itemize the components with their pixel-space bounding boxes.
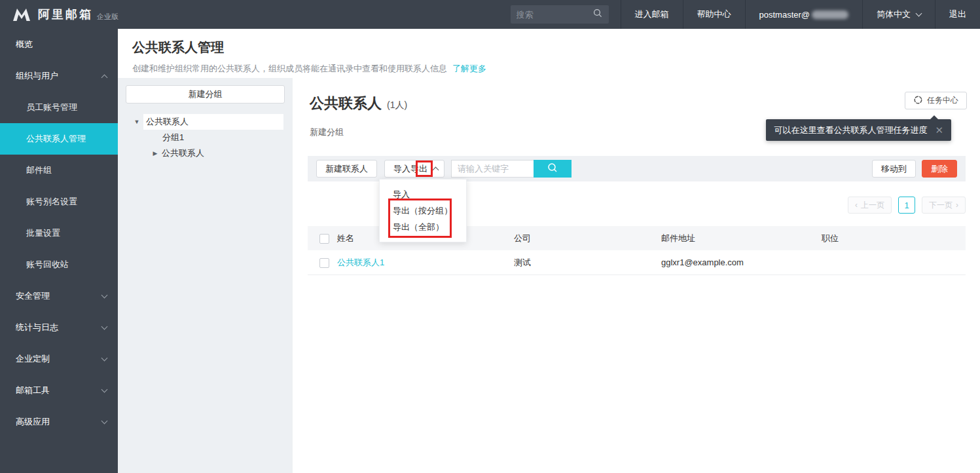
learn-more-link[interactable]: 了解更多 (452, 64, 486, 73)
brand-name: 阿里邮箱 (38, 7, 93, 22)
enter-mailbox-link[interactable]: 进入邮箱 (621, 0, 683, 29)
new-group-button[interactable]: 新建分组 (126, 85, 285, 104)
tree-node-root[interactable]: ▼ 公共联系人 (118, 114, 293, 130)
sidebar-item-stats-logs[interactable]: 统计与日志 (0, 312, 118, 343)
task-center-label: 任务中心 (927, 95, 958, 106)
sidebar-item-org-users[interactable]: 组织与用户 (0, 60, 118, 92)
logout-link[interactable]: 退出 (935, 0, 980, 29)
sidebar-item-label: 公共联系人管理 (26, 133, 86, 145)
sidebar-item-account-alias[interactable]: 账号别名设置 (0, 186, 118, 218)
sidebar-item-label: 概览 (16, 39, 33, 50)
tree-node-subfolder[interactable]: ▶ 公共联系人 (118, 145, 293, 161)
refresh-circle-icon (913, 95, 923, 107)
task-center-button[interactable]: 任务中心 (905, 92, 967, 109)
tooltip-text: 可以在这里查看公共联系人管理任务进度 (774, 124, 927, 136)
search-icon (592, 8, 603, 21)
sidebar-item-enterprise-custom[interactable]: 企业定制 (0, 343, 118, 375)
menu-item-export-all[interactable]: 导出（全部） (380, 219, 466, 235)
topbar-search (511, 5, 609, 24)
tree-node-root-label[interactable]: 公共联系人 (143, 114, 283, 130)
topbar-search-input[interactable] (517, 10, 592, 20)
group-tree: ▼ 公共联系人 分组1 ▶ 公共联系人 (118, 114, 293, 161)
brand: 阿里邮箱 企业版 (0, 7, 118, 22)
tree-node-label[interactable]: 分组1 (162, 132, 184, 143)
sidebar-item-label: 安全管理 (16, 290, 50, 302)
language-menu[interactable]: 简体中文 (862, 0, 935, 29)
new-contact-button[interactable]: 新建联系人 (316, 160, 377, 178)
chevron-up-icon (433, 167, 439, 174)
alimail-logo-icon (12, 7, 31, 22)
sidebar-item-label: 批量设置 (26, 227, 60, 239)
menu-item-export-by-group[interactable]: 导出（按分组） (380, 202, 466, 219)
task-center-tooltip: 可以在这里查看公共联系人管理任务进度 ✕ (766, 119, 951, 141)
contacts-toolbar: 新建联系人 导入导出 移动到 删除 (308, 156, 966, 181)
keyword-search-input[interactable] (451, 160, 534, 178)
contact-company: 测试 (514, 257, 661, 269)
chevron-down-icon (101, 292, 108, 298)
topbar: 阿里邮箱 企业版 进入邮箱 帮助中心 postmaster@ 简体中文 退出 (0, 0, 980, 29)
chevron-up-icon (101, 74, 108, 81)
chevron-down-icon (101, 386, 108, 392)
sidebar: 概览 组织与用户 员工账号管理 公共联系人管理 邮件组 账号别名设置 批量设置 … (0, 29, 118, 473)
prev-page-button[interactable]: ‹ 上一页 (848, 197, 892, 214)
account-email: postmaster@ (759, 10, 810, 20)
page-description-text: 创建和维护组织常用的公共联系人，组织成员将能在通讯录中查看和使用联系人信息 (132, 64, 447, 73)
delete-button[interactable]: 删除 (922, 160, 957, 178)
row-checkbox[interactable] (319, 258, 329, 268)
sidebar-item-public-contacts[interactable]: 公共联系人管理 (0, 123, 118, 155)
sidebar-item-employee-accounts[interactable]: 员工账号管理 (0, 92, 118, 123)
import-export-label: 导入导出 (393, 163, 427, 175)
select-all-checkbox[interactable] (319, 234, 329, 244)
sidebar-submenu-org-users: 员工账号管理 公共联系人管理 邮件组 账号别名设置 批量设置 账号回收站 (0, 92, 118, 280)
chevron-down-icon (916, 10, 922, 16)
help-center-link[interactable]: 帮助中心 (683, 0, 745, 29)
account-menu[interactable]: postmaster@ (745, 0, 863, 29)
page-number-button[interactable]: 1 (898, 197, 915, 214)
caret-collapsed-icon[interactable]: ▶ (149, 150, 162, 157)
language-label: 简体中文 (877, 9, 911, 20)
page-header: 公共联系人管理 创建和维护组织常用的公共联系人，组织成员将能在通讯录中查看和使用… (118, 29, 980, 78)
prev-page-label: 上一页 (861, 200, 884, 211)
import-export-button[interactable]: 导入导出 (384, 160, 445, 178)
sidebar-item-security[interactable]: 安全管理 (0, 280, 118, 312)
chevron-down-icon (101, 323, 108, 330)
sidebar-item-label: 邮件组 (26, 164, 52, 176)
contact-name-link[interactable]: 公共联系人1 (337, 257, 384, 267)
chevron-right-icon: › (956, 200, 958, 210)
column-header-position: 职位 (822, 233, 966, 244)
sidebar-item-label: 企业定制 (16, 353, 50, 365)
contact-search (451, 160, 572, 178)
content-title-text: 公共联系人 (310, 95, 382, 111)
table-row: 公共联系人1 测试 gglxr1@example.com (308, 250, 966, 275)
caret-expanded-icon[interactable]: ▼ (130, 119, 143, 125)
content-title: 公共联系人(1人) (310, 94, 407, 113)
pagination: ‹ 上一页 1 下一页 › (848, 197, 966, 214)
tree-node-label[interactable]: 公共联系人 (162, 147, 204, 159)
tree-node-group1[interactable]: 分组1 (118, 130, 293, 145)
sidebar-item-account-recycle[interactable]: 账号回收站 (0, 249, 118, 280)
column-header-email: 邮件地址 (661, 233, 822, 244)
sidebar-item-label: 统计与日志 (16, 322, 58, 333)
sidebar-item-advanced-apps[interactable]: 高级应用 (0, 406, 118, 438)
sidebar-item-label: 组织与用户 (16, 70, 58, 82)
contact-email: gglxr1@example.com (661, 257, 822, 267)
column-header-company: 公司 (514, 233, 661, 244)
menu-item-import[interactable]: 导入 (380, 186, 466, 202)
new-group-link[interactable]: 新建分组 (310, 126, 344, 138)
sidebar-item-label: 员工账号管理 (26, 102, 77, 113)
chevron-down-icon (101, 354, 108, 361)
close-icon[interactable]: ✕ (935, 125, 943, 135)
next-page-label: 下一页 (929, 200, 953, 211)
next-page-button[interactable]: 下一页 › (922, 197, 966, 214)
import-export-dropdown: 导入 导出（按分组） 导出（全部） (379, 179, 467, 242)
contact-count: (1人) (387, 100, 407, 110)
sidebar-item-mail-tools[interactable]: 邮箱工具 (0, 375, 118, 406)
chevron-left-icon: ‹ (855, 200, 858, 210)
sidebar-item-batch-settings[interactable]: 批量设置 (0, 218, 118, 249)
page-description: 创建和维护组织常用的公共联系人，组织成员将能在通讯录中查看和使用联系人信息了解更… (132, 63, 980, 75)
sidebar-item-overview[interactable]: 概览 (0, 29, 118, 60)
move-to-button[interactable]: 移动到 (872, 160, 916, 178)
search-button[interactable] (534, 160, 572, 178)
toolbar-right-actions: 移动到 删除 (872, 160, 957, 178)
sidebar-item-mail-groups[interactable]: 邮件组 (0, 155, 118, 186)
